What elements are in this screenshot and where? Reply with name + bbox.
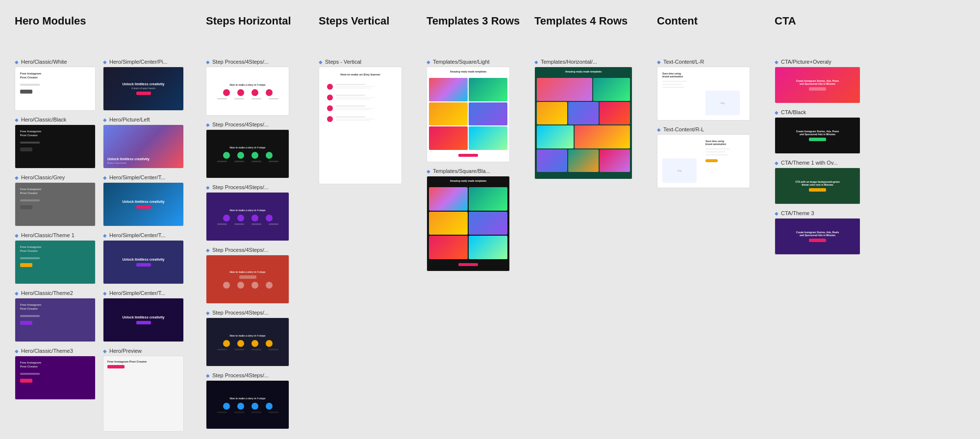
hero-classic-theme3-thumb[interactable]: Free InstagramPost Creator [15,356,96,400]
hero-classic-black-thumb[interactable]: Free InstagramPost Creator [15,124,96,169]
cta-black-thumb[interactable]: Create Instagram Stories, Ads, Postsand … [775,117,860,154]
steps-v-item[interactable]: ◆ Steps - Vertical How to make an Etsy b… [319,59,402,184]
hero-simple-t3-thumb[interactable]: Unlock limitless creativity [103,298,184,342]
hero-classic-theme2-item[interactable]: ◆ Hero/Classic/Theme2 Free InstagramPost… [15,290,96,342]
cta-green-thumb[interactable]: CTA with an image background+greentheme … [775,168,860,204]
diamond-icon: ◆ [775,160,779,166]
templates4-content: ◆ Templates/Horizontal/... Amazing ready… [534,59,632,179]
label: CTA/Picture+Overaly [781,59,831,65]
cta-title: CTA [775,15,796,44]
step-dark-item[interactable]: ◆ Step Process/4Steps/... How to make a … [206,310,289,366]
templates3-content: ◆ Templates/Square/Light Amazing ready m… [427,59,510,271]
hero-pic-left-item[interactable]: ◆ Hero/Picture/Left Unlock limitless cre… [103,117,184,169]
step-darkest-thumb[interactable]: How to make a story in 4 steps [206,380,289,429]
hero-simple-t1-item[interactable]: ◆ Hero/Simple/Center/T... Unlock limitle… [103,174,184,226]
hero-classic-theme1-item[interactable]: ◆ Hero/Classic/Theme 1 Free InstagramPos… [15,232,96,284]
diamond-icon: ◆ [427,169,430,174]
diamond-icon: ◆ [775,59,779,65]
cta-section: CTA ◆ CTA/Picture+Overaly Create Instagr… [775,15,873,432]
steps-v-title: Steps Vertical [319,15,389,44]
cta-pink-item[interactable]: ◆ CTA/Picture+Overaly Create Instagram S… [775,59,860,103]
cta-purple-thumb[interactable]: Create Instagram Stories, Ads, Reelsand … [775,218,860,255]
hero-classic-white-item[interactable]: ◆ Hero/Classic/White Free InstagramPost … [15,59,96,111]
templates-dark-thumb[interactable]: Amazing ready made templates [427,176,510,271]
hero-classic-theme3-item[interactable]: ◆ Hero/Classic/Theme3 Free InstagramPost… [15,348,96,400]
hero-title: Hero Modules [15,15,86,44]
content-rl-item[interactable]: ◆ Text-Content/R-L img Save time usingbr… [657,126,750,188]
hero-simple-t2-item[interactable]: ◆ Hero/Simple/Center/T... Unlock limitle… [103,232,184,284]
step-purple-thumb[interactable]: How to make a story in 4 steps [206,192,289,241]
content-rl-thumb[interactable]: img Save time usingbrand automation [657,134,750,188]
templates-light-thumb[interactable]: Amazing ready made templates [427,67,510,162]
step-darkest-item[interactable]: ◆ Step Process/4Steps/... How to make a … [206,372,289,429]
label: Hero/Picture/Left [109,117,150,122]
hero-classic-white-thumb[interactable]: Free InstagramPost Creator [15,67,96,111]
cta-purple-item[interactable]: ◆ CTA/Theme 3 Create Instagram Stories, … [775,210,860,255]
label: Hero/Classic/Grey [21,174,65,180]
cta-items: ◆ CTA/Picture+Overaly Create Instagram S… [775,59,860,255]
label: Text-Content/L-R [663,59,704,65]
content-section: Content ◆ Text-Content/L-R Save time usi… [657,15,765,432]
diamond-icon: ◆ [103,117,107,122]
diamond-icon: ◆ [657,59,661,65]
hero-classic-theme1-thumb[interactable]: Free InstagramPost Creator [15,240,96,284]
label: Step Process/4Steps/... [212,310,269,316]
hero-classic-grey-item[interactable]: ◆ Hero/Classic/Grey Free InstagramPost C… [15,174,96,226]
step-white-item[interactable]: ◆ Step Process/4Steps/... How to make a … [206,59,289,116]
hero-simple-t1-thumb[interactable]: Unlock limitless creativity [103,182,184,226]
content-title: Content [657,15,698,44]
hero-classic-black-item[interactable]: ◆ Hero/Classic/Black Free InstagramPost … [15,117,96,169]
steps-v-content: ◆ Steps - Vertical How to make an Etsy b… [319,59,402,184]
label: Hero/Classic/Theme3 [21,348,73,354]
diamond-icon: ◆ [427,59,430,65]
hero-simple-pi-thumb[interactable]: Unlock limitless creativity A team of op… [103,67,184,111]
content-lr-item[interactable]: ◆ Text-Content/L-R Save time usingbrand … [657,59,750,121]
templates3-title: Templates 3 Rows [427,15,520,44]
label: CTA/Theme 1 with Ov... [781,160,838,166]
diamond-icon: ◆ [103,175,107,180]
templates-light-item[interactable]: ◆ Templates/Square/Light Amazing ready m… [427,59,510,162]
hero-preview-item[interactable]: ◆ Hero/Preview Free Instagram Post Creat… [103,348,184,432]
label: Step Process/4Steps/... [212,247,269,253]
diamond-icon: ◆ [15,117,19,122]
cta-green-item[interactable]: ◆ CTA/Theme 1 with Ov... CTA with an ima… [775,160,860,204]
label: Hero/Simple/Center/T... [109,290,165,296]
diamond-icon: ◆ [103,291,107,296]
templates4-dark-green-item[interactable]: ◆ Templates/Horizontal/... Amazing ready… [534,59,632,179]
diamond-icon: ◆ [206,310,210,316]
step-white-thumb[interactable]: How to make a story in 4 steps [206,67,289,116]
step-black-item[interactable]: ◆ Step Process/4Steps/... How to make a … [206,122,289,178]
label: Hero/Classic/Theme2 [21,290,73,296]
templates3-section: Templates 3 Rows ◆ Templates/Square/Ligh… [427,15,525,432]
cta-pink-thumb[interactable]: Create Instagram Stories, Ads, Postsand … [775,67,860,103]
step-red-thumb[interactable]: How to make a story in 4 steps [206,255,289,304]
cta-black-item[interactable]: ◆ CTA/Black Create Instagram Stories, Ad… [775,109,860,154]
steps-h-title: Steps Horizontal [206,15,291,44]
step-purple-item[interactable]: ◆ Step Process/4Steps/... How to make a … [206,184,289,241]
hero-preview-thumb[interactable]: Free Instagram Post Creator [103,356,184,432]
hero-simple-t2-thumb[interactable]: Unlock limitless creativity [103,240,184,284]
label: Templates/Square/Bla... [433,168,490,174]
hero-section: Hero Modules ◆ Hero/Classic/White Free I… [15,15,196,432]
step-dark-thumb[interactable]: How to make a story in 4 steps [206,317,289,366]
steps-horizontal-section: Steps Horizontal ◆ Step Process/4Steps/.… [206,15,309,432]
hero-simple-pi-item[interactable]: ◆ Hero/Simple/Center/Pi... Unlock limitl… [103,59,184,111]
content-lr-thumb[interactable]: Save time usingbrand automation img [657,67,750,121]
label: Hero/Classic/Theme 1 [21,232,75,238]
diamond-icon: ◆ [206,373,210,378]
hero-simple-t3-item[interactable]: ◆ Hero/Simple/Center/T... Unlock limitle… [103,290,184,342]
hero-classic-grey-thumb[interactable]: Free InstagramPost Creator [15,182,96,226]
templates4-dark-thumb[interactable]: Amazing ready made templates [534,67,632,179]
label: CTA/Black [781,109,806,115]
hero-pic-left-thumb[interactable]: Unlock limitless creativity A team of op… [103,124,184,169]
content-items: ◆ Text-Content/L-R Save time usingbrand … [657,59,750,188]
label: Step Process/4Steps/... [212,184,269,190]
step-red-item[interactable]: ◆ Step Process/4Steps/... How to make a … [206,247,289,304]
templates-dark-item[interactable]: ◆ Templates/Square/Bla... Amazing ready … [427,168,510,271]
steps-v-thumb[interactable]: How to make an Etsy banner [319,67,402,184]
diamond-icon: ◆ [15,233,19,238]
diamond-icon: ◆ [206,185,210,190]
hero-classic-theme2-thumb[interactable]: Free InstagramPost Creator [15,298,96,342]
step-black-thumb[interactable]: How to make a story in 4 steps [206,129,289,178]
label: Hero/Classic/Black [21,117,66,122]
